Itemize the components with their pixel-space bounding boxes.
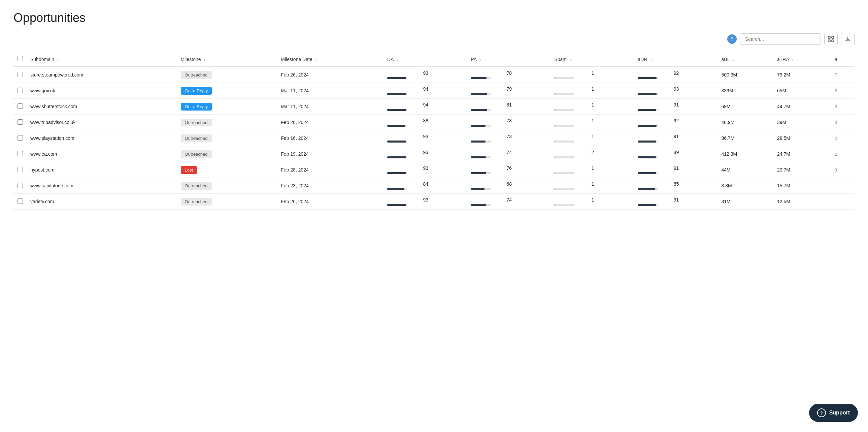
abl-cell: 339M bbox=[718, 83, 774, 99]
milestone-cell: Outreached bbox=[178, 67, 278, 83]
bar-fill bbox=[471, 204, 486, 206]
bar-fill bbox=[638, 109, 656, 111]
metric-cell: 91 bbox=[638, 102, 714, 111]
row-checkbox-cell bbox=[13, 178, 27, 194]
spam-cell: 1 bbox=[551, 83, 634, 99]
atra-sort-icon[interactable]: ↕ bbox=[792, 57, 794, 62]
metric-cell: 93 bbox=[387, 134, 464, 143]
metric-cell: 88 bbox=[387, 118, 464, 127]
abl-sort-icon[interactable]: ↕ bbox=[732, 57, 734, 62]
bar-bg bbox=[554, 188, 575, 190]
atra-cell: 24.7M bbox=[774, 146, 831, 162]
pa-cell: 81 bbox=[467, 99, 551, 115]
metric-cell: 1 bbox=[554, 86, 631, 95]
bar-bg bbox=[554, 125, 575, 127]
atra-cell: 15.7M bbox=[774, 178, 831, 194]
metric-cell: 91 bbox=[638, 166, 714, 174]
metric-cell: 1 bbox=[554, 70, 631, 79]
spam-cell: 1 bbox=[551, 178, 634, 194]
row-checkbox[interactable] bbox=[18, 88, 23, 93]
date-cell: Feb 23, 2024 bbox=[277, 178, 384, 194]
date-cell: Feb 26, 2024 bbox=[277, 67, 384, 83]
subdomain-cell: www.shutterstock.com bbox=[27, 99, 178, 115]
bar-fill bbox=[554, 125, 555, 127]
help-icon[interactable]: ? bbox=[727, 34, 737, 44]
subdomain-sort-icon[interactable]: ↕ bbox=[57, 57, 59, 62]
milestone-badge: Outreached bbox=[181, 71, 212, 79]
pa-cell: 73 bbox=[467, 115, 551, 131]
row-checkbox[interactable] bbox=[18, 199, 23, 204]
row-checkbox-cell bbox=[13, 83, 27, 99]
header-adr: aDR ↕ bbox=[634, 52, 718, 67]
milestone-sort-icon[interactable]: ↕ bbox=[204, 57, 206, 62]
bar-fill bbox=[554, 77, 555, 79]
bar-bg bbox=[471, 204, 491, 206]
subdomain-cell: www.playstation.com bbox=[27, 131, 178, 146]
da-sort-icon[interactable]: ↕ bbox=[396, 57, 398, 62]
bar-fill bbox=[638, 125, 656, 127]
bar-bg bbox=[471, 156, 491, 159]
da-cell: 93 bbox=[384, 194, 467, 210]
metric-cell: 93 bbox=[387, 197, 464, 206]
support-button[interactable]: ? Support bbox=[809, 404, 858, 422]
bar-bg bbox=[387, 93, 407, 95]
table-row: store.steampowered.com Outreached Feb 26… bbox=[13, 67, 855, 83]
row-checkbox[interactable] bbox=[18, 167, 23, 172]
row-checkbox[interactable] bbox=[18, 151, 23, 156]
select-all-checkbox[interactable] bbox=[18, 56, 23, 61]
metric-cell: 76 bbox=[471, 166, 548, 174]
row-checkbox[interactable] bbox=[18, 119, 23, 125]
metric-cell: 92 bbox=[638, 70, 714, 79]
row-checkbox[interactable] bbox=[18, 72, 23, 77]
milestone-date-sort-icon[interactable]: ↕ bbox=[315, 57, 317, 62]
spam-cell: 1 bbox=[551, 115, 634, 131]
bar-fill bbox=[638, 204, 656, 206]
spam-sort-icon[interactable]: ↕ bbox=[569, 57, 571, 62]
header-more: a bbox=[831, 52, 855, 67]
row-checkbox[interactable] bbox=[18, 183, 23, 188]
page-title: Opportunities bbox=[13, 11, 855, 25]
bar-fill bbox=[638, 188, 655, 190]
download-button[interactable] bbox=[841, 33, 855, 45]
header-da: DA ↕ bbox=[384, 52, 467, 67]
bar-bg bbox=[387, 141, 407, 143]
atra-cell: 28.5M bbox=[774, 131, 831, 146]
page-container: Opportunities ? bbox=[0, 0, 868, 432]
spam-cell: 2 bbox=[551, 146, 634, 162]
metric-cell: 89 bbox=[638, 150, 714, 159]
row-checkbox-cell bbox=[13, 146, 27, 162]
table-wrapper: Subdomain ↕ Milestone ↕ Milestone Date ↕… bbox=[13, 52, 855, 210]
header-pa: PA ↕ bbox=[467, 52, 551, 67]
bar-fill bbox=[471, 172, 486, 174]
metric-cell: 79 bbox=[471, 86, 548, 95]
metric-cell: 84 bbox=[387, 181, 464, 190]
milestone-cell: Got a Reply bbox=[178, 99, 278, 115]
abl-cell: 412.3M bbox=[718, 146, 774, 162]
bar-fill bbox=[471, 93, 487, 95]
metric-cell: 94 bbox=[387, 102, 464, 111]
milestone-cell: Lost bbox=[178, 162, 278, 178]
search-input[interactable] bbox=[740, 33, 821, 45]
adr-sort-icon[interactable]: ↕ bbox=[650, 57, 652, 62]
row-checkbox[interactable] bbox=[18, 104, 23, 109]
atra-cell: 79.2M bbox=[774, 67, 831, 83]
bar-bg bbox=[638, 141, 658, 143]
subdomain-cell: nypost.com bbox=[27, 162, 178, 178]
row-checkbox[interactable] bbox=[18, 135, 23, 141]
milestone-badge: Outreached bbox=[181, 135, 212, 142]
spam-cell: 1 bbox=[551, 162, 634, 178]
abl-cell: 31M bbox=[718, 194, 774, 210]
date-cell: Feb 26, 2024 bbox=[277, 115, 384, 131]
grid-view-button[interactable] bbox=[824, 33, 838, 45]
svg-rect-3 bbox=[832, 40, 834, 42]
support-label: Support bbox=[829, 410, 850, 416]
bar-bg bbox=[471, 93, 491, 95]
abl-cell: 69M bbox=[718, 99, 774, 115]
bar-bg bbox=[387, 172, 407, 174]
adr-cell: 91 bbox=[634, 131, 718, 146]
milestone-cell: Outreached bbox=[178, 178, 278, 194]
date-cell: Mar 11, 2024 bbox=[277, 83, 384, 99]
table-row: www.tripadvisor.co.uk Outreached Feb 26,… bbox=[13, 115, 855, 131]
metric-cell: 74 bbox=[471, 197, 548, 206]
pa-sort-icon[interactable]: ↕ bbox=[479, 57, 481, 62]
